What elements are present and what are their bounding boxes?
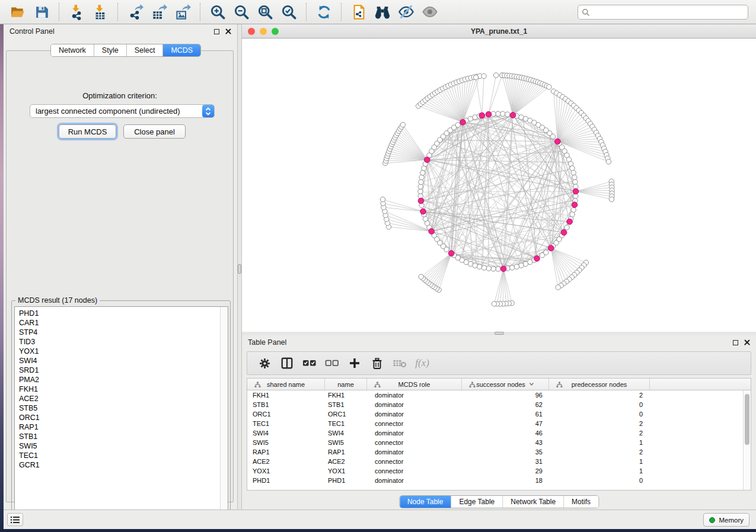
float-window-icon[interactable] bbox=[214, 29, 219, 34]
network-node[interactable] bbox=[455, 123, 460, 127]
network-node[interactable] bbox=[473, 75, 478, 79]
network-node[interactable] bbox=[606, 159, 611, 164]
import-network-button[interactable] bbox=[68, 3, 85, 21]
network-node[interactable] bbox=[400, 122, 405, 127]
column-header-mcds-role[interactable]: MCDS role bbox=[367, 379, 462, 390]
search-input[interactable] bbox=[593, 8, 744, 17]
table-scrollbar[interactable] bbox=[743, 390, 751, 490]
tab-style[interactable]: Style bbox=[94, 44, 127, 56]
delete-table-button[interactable] bbox=[391, 355, 409, 371]
network-node[interactable] bbox=[419, 180, 423, 184]
mcds-hub-node[interactable] bbox=[573, 188, 579, 194]
mcds-hub-node[interactable] bbox=[486, 111, 492, 117]
mcds-result-item[interactable]: SWI5 bbox=[19, 441, 220, 451]
mcds-hub-node[interactable] bbox=[510, 113, 516, 118]
column-header-predecessor-nodes[interactable]: predecessor nodes bbox=[549, 379, 650, 390]
table-settings-button[interactable] bbox=[256, 355, 273, 371]
memory-button[interactable]: Memory bbox=[703, 513, 749, 527]
network-node[interactable] bbox=[496, 111, 500, 116]
mcds-result-item[interactable]: ACE2 bbox=[19, 394, 220, 403]
table-row[interactable]: PHD1PHD1dominator180 bbox=[247, 476, 751, 485]
mcds-result-item[interactable]: TEC1 bbox=[19, 451, 220, 460]
mcds-result-list[interactable]: PHD1CAR1STP4TID3YOX1SWI4SRD1PMA2FKH1ACE2… bbox=[15, 307, 220, 517]
mcds-result-item[interactable]: STB5 bbox=[19, 403, 220, 413]
network-node[interactable] bbox=[509, 265, 514, 270]
show-column-panel-button[interactable] bbox=[278, 355, 296, 371]
network-node[interactable] bbox=[570, 166, 575, 171]
network-node[interactable] bbox=[481, 265, 486, 270]
mcds-hub-node[interactable] bbox=[534, 256, 540, 262]
mcds-hub-node[interactable] bbox=[500, 266, 506, 272]
splitter-handle[interactable] bbox=[238, 264, 241, 274]
table-row[interactable]: RAP1RAP1dominator352 bbox=[247, 447, 751, 457]
mcds-list-scrollbar[interactable] bbox=[220, 307, 228, 517]
table-row[interactable]: SWI5SWI5connector431 bbox=[247, 438, 751, 447]
column-header-successor-nodes[interactable]: successor nodes bbox=[462, 379, 549, 390]
export-network-button[interactable] bbox=[126, 3, 144, 21]
maximize-window-icon[interactable] bbox=[272, 28, 279, 35]
table-row[interactable]: ACE2ACE2connector311 bbox=[247, 457, 751, 466]
optimization-criterion-select[interactable]: largest connected component (undirected) bbox=[30, 104, 215, 118]
network-graph[interactable] bbox=[242, 39, 756, 332]
mcds-result-item[interactable]: FKH1 bbox=[19, 384, 220, 394]
mcds-hub-node[interactable] bbox=[425, 157, 430, 163]
network-node[interactable] bbox=[492, 302, 496, 306]
network-node[interactable] bbox=[500, 111, 505, 116]
zoom-in-button[interactable] bbox=[209, 3, 227, 21]
mcds-result-item[interactable]: GCR1 bbox=[19, 460, 220, 470]
network-node[interactable] bbox=[418, 184, 423, 189]
mcds-result-item[interactable]: CAR1 bbox=[19, 318, 220, 328]
delete-columns-button[interactable] bbox=[368, 355, 386, 371]
network-node[interactable] bbox=[481, 73, 486, 78]
function-builder-button[interactable]: f(x) bbox=[413, 355, 431, 371]
scrollbar-thumb[interactable] bbox=[745, 394, 749, 445]
search-window-button[interactable] bbox=[374, 3, 391, 21]
network-node[interactable] bbox=[505, 112, 510, 117]
network-node[interactable] bbox=[380, 197, 385, 201]
network-node[interactable] bbox=[572, 175, 577, 180]
network-window-titlebar[interactable]: YPA_prune.txt_1 bbox=[242, 24, 756, 39]
close-window-icon[interactable] bbox=[248, 28, 255, 35]
network-node[interactable] bbox=[477, 264, 481, 269]
mcds-result-item[interactable]: PMA2 bbox=[19, 375, 220, 384]
network-node[interactable] bbox=[573, 180, 578, 184]
mcds-result-item[interactable]: RAP1 bbox=[19, 422, 220, 432]
splitter-handle[interactable] bbox=[495, 332, 504, 335]
mcds-hub-node[interactable] bbox=[555, 139, 561, 145]
tab-select[interactable]: Select bbox=[127, 44, 164, 56]
mcds-result-item[interactable]: STB1 bbox=[19, 432, 220, 441]
tab-network[interactable]: Network bbox=[51, 44, 94, 56]
show-graphics-details-button[interactable] bbox=[421, 3, 439, 21]
mcds-result-item[interactable]: SRD1 bbox=[19, 366, 220, 375]
create-column-button[interactable] bbox=[346, 355, 363, 371]
network-node[interactable] bbox=[496, 267, 500, 271]
export-table-button[interactable] bbox=[150, 3, 168, 21]
select-all-columns-button[interactable] bbox=[301, 355, 318, 371]
network-node[interactable] bbox=[514, 264, 519, 269]
save-session-button[interactable] bbox=[33, 3, 50, 21]
close-panel-icon[interactable] bbox=[744, 339, 750, 345]
table-row[interactable]: SWI4SWI4dominator462 bbox=[247, 428, 751, 438]
network-node[interactable] bbox=[564, 225, 569, 230]
network-canvas[interactable] bbox=[242, 39, 756, 332]
table-row[interactable]: YOX1YOX1connector291 bbox=[247, 466, 751, 476]
network-node[interactable] bbox=[493, 73, 498, 78]
column-header-name[interactable]: name bbox=[325, 379, 367, 390]
tab-motifs[interactable]: Motifs bbox=[564, 496, 598, 508]
mcds-hub-node[interactable] bbox=[460, 120, 466, 126]
minimize-window-icon[interactable] bbox=[260, 28, 267, 35]
open-session-document-button[interactable] bbox=[350, 3, 368, 21]
zoom-out-button[interactable] bbox=[232, 3, 250, 21]
zoom-selected-button[interactable] bbox=[280, 3, 298, 21]
network-node[interactable] bbox=[609, 197, 614, 201]
tab-network-table[interactable]: Network Table bbox=[503, 496, 564, 508]
table-row[interactable]: TEC1TEC1connector472 bbox=[247, 419, 751, 428]
mcds-hub-node[interactable] bbox=[567, 219, 573, 225]
network-node[interactable] bbox=[519, 263, 524, 268]
mcds-hub-node[interactable] bbox=[548, 245, 554, 251]
table-row[interactable]: ORC1ORC1dominator610 bbox=[247, 409, 751, 419]
run-mcds-button[interactable]: Run MCDS bbox=[59, 124, 116, 139]
mcds-result-item[interactable]: YOX1 bbox=[19, 347, 220, 356]
export-image-button[interactable] bbox=[174, 3, 192, 21]
search-field[interactable] bbox=[578, 5, 748, 20]
